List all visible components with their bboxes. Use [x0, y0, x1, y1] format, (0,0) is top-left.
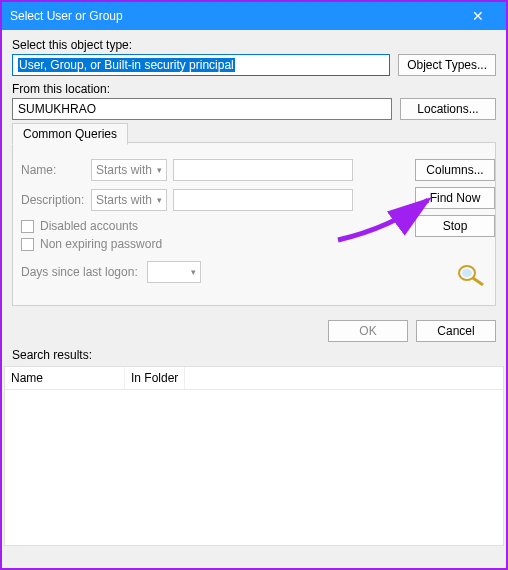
non-expiring-label: Non expiring password — [40, 237, 162, 251]
close-icon[interactable]: ✕ — [458, 8, 498, 24]
name-filter-input[interactable] — [173, 159, 353, 181]
name-op-select[interactable]: Starts with ▾ — [91, 159, 167, 181]
name-filter-label: Name: — [21, 163, 85, 177]
svg-line-1 — [473, 278, 483, 285]
days-since-select[interactable]: ▾ — [147, 261, 201, 283]
disabled-accounts-checkbox[interactable] — [21, 220, 34, 233]
chevron-down-icon: ▾ — [191, 267, 196, 277]
grid-header: Name In Folder — [5, 367, 503, 390]
stop-button[interactable]: Stop — [415, 215, 495, 237]
object-type-label: Select this object type: — [12, 38, 496, 52]
days-since-label: Days since last logon: — [21, 265, 141, 279]
chevron-down-icon: ▾ — [157, 195, 162, 205]
search-icon — [455, 263, 487, 287]
object-type-value: User, Group, or Built-in security princi… — [18, 58, 235, 72]
object-type-input[interactable]: User, Group, or Built-in security princi… — [12, 54, 390, 76]
location-label: From this location: — [12, 82, 496, 96]
window-title: Select User or Group — [10, 9, 458, 23]
desc-op-value: Starts with — [96, 193, 152, 207]
non-expiring-checkbox[interactable] — [21, 238, 34, 251]
find-now-button[interactable]: Find Now — [415, 187, 495, 209]
queries-panel: Common Queries Name: Starts with ▾ D — [12, 142, 496, 306]
content-area: Select this object type: User, Group, or… — [2, 30, 506, 314]
name-op-value: Starts with — [96, 163, 152, 177]
disabled-accounts-label: Disabled accounts — [40, 219, 138, 233]
cancel-button[interactable]: Cancel — [416, 320, 496, 342]
tab-common-queries[interactable]: Common Queries — [12, 123, 128, 145]
dialog-window: Select User or Group ✕ Select this objec… — [0, 0, 508, 570]
columns-button[interactable]: Columns... — [415, 159, 495, 181]
col-infolder[interactable]: In Folder — [125, 367, 185, 389]
ok-button[interactable]: OK — [328, 320, 408, 342]
desc-op-select[interactable]: Starts with ▾ — [91, 189, 167, 211]
chevron-down-icon: ▾ — [157, 165, 162, 175]
desc-filter-label: Description: — [21, 193, 85, 207]
svg-point-2 — [462, 269, 472, 277]
titlebar: Select User or Group ✕ — [2, 2, 506, 30]
location-input[interactable]: SUMUKHRAO — [12, 98, 392, 120]
locations-button[interactable]: Locations... — [400, 98, 496, 120]
col-name[interactable]: Name — [5, 367, 125, 389]
object-types-button[interactable]: Object Types... — [398, 54, 496, 76]
desc-filter-input[interactable] — [173, 189, 353, 211]
results-grid[interactable]: Name In Folder — [4, 366, 504, 546]
search-results-label: Search results: — [12, 348, 92, 362]
location-value: SUMUKHRAO — [18, 102, 96, 116]
